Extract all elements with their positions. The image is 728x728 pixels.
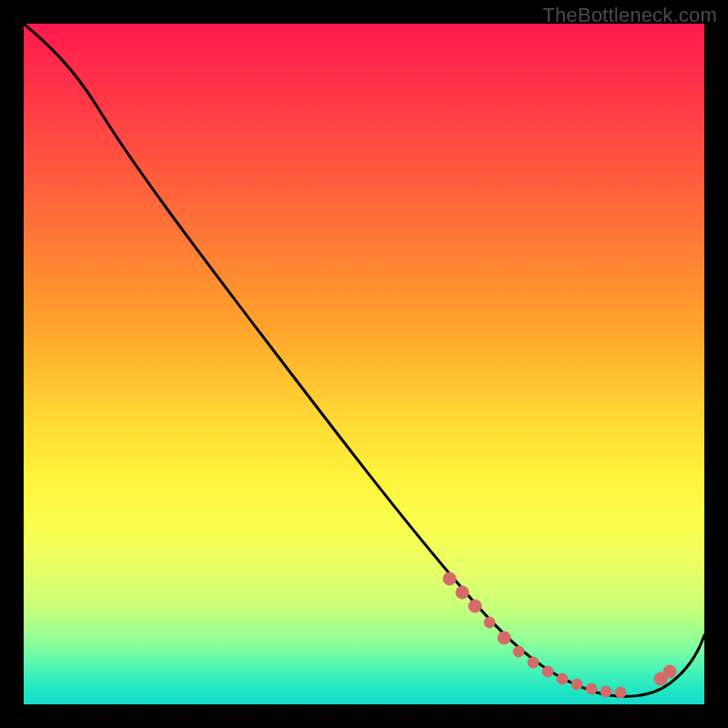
- svg-point-12: [615, 687, 626, 698]
- svg-point-5: [513, 646, 524, 657]
- svg-point-10: [586, 683, 597, 694]
- svg-point-8: [557, 673, 568, 684]
- svg-point-7: [542, 666, 553, 677]
- svg-point-1: [456, 586, 469, 599]
- svg-point-9: [571, 679, 582, 690]
- svg-point-3: [484, 617, 495, 628]
- bottleneck-curve: [24, 24, 704, 696]
- plot-area: [24, 24, 704, 704]
- curve-layer: [24, 24, 704, 704]
- chart-frame: TheBottleneck.com: [0, 0, 728, 728]
- svg-point-4: [498, 632, 511, 644]
- svg-point-2: [469, 600, 481, 612]
- svg-point-0: [443, 572, 456, 585]
- svg-point-11: [601, 686, 612, 697]
- svg-point-14: [663, 665, 676, 678]
- highlight-dots: [443, 572, 676, 698]
- watermark-text: TheBottleneck.com: [542, 4, 717, 27]
- svg-point-6: [528, 657, 539, 668]
